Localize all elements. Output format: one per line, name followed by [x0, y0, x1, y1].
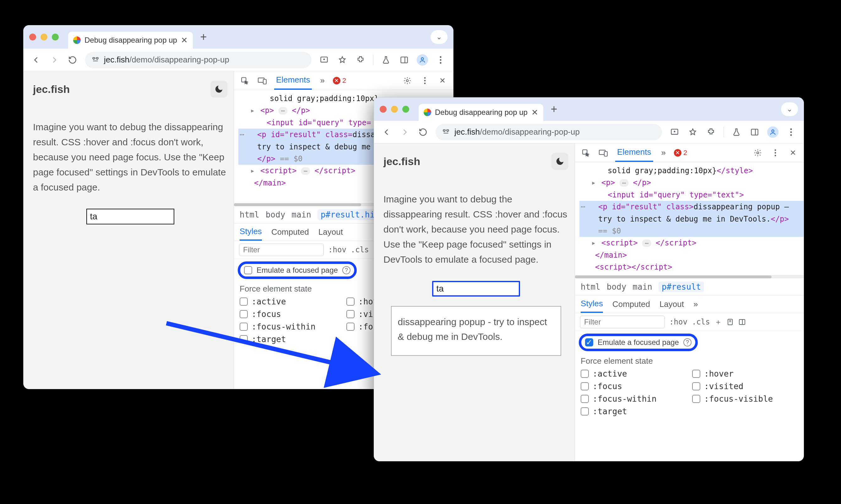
reload-button[interactable]: [67, 54, 78, 66]
elements-tab[interactable]: Elements: [615, 143, 653, 162]
settings-icon[interactable]: [402, 75, 413, 86]
styles-filter-input[interactable]: [239, 244, 324, 256]
device-toggle-icon[interactable]: [598, 147, 609, 159]
toolbar-separator: [373, 55, 373, 65]
cls-toggle[interactable]: .cls: [692, 318, 710, 326]
error-count[interactable]: ✕2: [333, 76, 346, 85]
state-hover[interactable]: :hover: [692, 369, 798, 378]
tab-overflow-button[interactable]: ⌄: [781, 102, 798, 116]
tab-close-icon[interactable]: ✕: [181, 35, 188, 45]
devtools-menu-icon[interactable]: [419, 75, 431, 86]
minimize-window-icon[interactable]: [40, 34, 48, 40]
devtools-close-icon[interactable]: ✕: [787, 147, 799, 159]
new-rule-icon[interactable]: ＋: [715, 317, 722, 327]
layout-tab[interactable]: Layout: [660, 295, 684, 313]
panel-tabs-more-icon[interactable]: »: [694, 295, 698, 313]
state-focus-visible[interactable]: :focus-visible: [692, 394, 798, 403]
help-icon[interactable]: ?: [683, 338, 691, 346]
emulate-focused-page-label: Emulate a focused page: [598, 338, 679, 347]
browser-tab[interactable]: Debug disappearing pop up ✕: [419, 104, 543, 121]
dom-scrollbar[interactable]: [575, 275, 804, 278]
tab-overflow-button[interactable]: ⌄: [431, 30, 448, 44]
force-state-grid: :active :hover :focus :visited :focus-wi…: [575, 367, 804, 422]
state-target[interactable]: :target: [581, 407, 686, 416]
window-controls: [380, 106, 414, 113]
settings-icon[interactable]: [752, 147, 764, 159]
back-button[interactable]: [381, 126, 392, 138]
browser-tab[interactable]: Debug disappearing pop up ✕: [68, 32, 193, 49]
side-panel-icon[interactable]: [399, 54, 410, 66]
forward-button: [49, 54, 60, 66]
rendering-icon[interactable]: [726, 318, 734, 326]
reload-button[interactable]: [417, 126, 429, 138]
hov-toggle[interactable]: :hov: [328, 246, 346, 254]
styles-tab[interactable]: Styles: [581, 295, 603, 313]
hov-toggle[interactable]: :hov: [669, 318, 687, 326]
maximize-window-icon[interactable]: [402, 106, 409, 113]
state-focus-within[interactable]: :focus-within: [240, 322, 341, 331]
emulate-focused-page-checkbox[interactable]: [244, 266, 252, 274]
state-focus[interactable]: :focus: [581, 382, 686, 391]
devtools-top-bar: Elements » ✕2 ✕: [575, 143, 804, 162]
svg-point-19: [772, 130, 774, 132]
theme-toggle-button[interactable]: [210, 80, 227, 97]
labs-icon[interactable]: [731, 126, 742, 138]
state-visited[interactable]: :visited: [692, 382, 798, 391]
address-bar[interactable]: jec.fish/demo/disappearing-pop-up: [436, 124, 662, 140]
new-tab-button[interactable]: +: [548, 103, 560, 115]
bookmark-icon[interactable]: [687, 126, 698, 138]
maximize-window-icon[interactable]: [52, 34, 59, 40]
theme-toggle-button[interactable]: [551, 153, 568, 170]
computed-side-icon[interactable]: [738, 318, 746, 326]
profile-button[interactable]: [767, 126, 778, 138]
state-active[interactable]: :active: [240, 297, 341, 306]
install-icon[interactable]: [669, 126, 680, 138]
address-bar[interactable]: jec.fish/demo/disappearing-pop-up: [85, 52, 312, 68]
state-focus-within[interactable]: :focus-within: [581, 394, 686, 403]
tabs-more-icon[interactable]: »: [660, 143, 668, 162]
devtools-close-icon[interactable]: ✕: [437, 75, 448, 86]
close-window-icon[interactable]: [29, 34, 36, 40]
query-input[interactable]: [86, 209, 174, 224]
overflow-menu-icon[interactable]: [785, 126, 797, 138]
error-badge-icon: ✕: [674, 149, 682, 157]
state-active[interactable]: :active: [581, 369, 686, 378]
state-target[interactable]: :target: [240, 335, 341, 344]
styles-filter-input[interactable]: [580, 316, 665, 328]
computed-tab[interactable]: Computed: [271, 223, 309, 241]
install-icon[interactable]: [318, 54, 330, 66]
query-input[interactable]: [432, 281, 520, 296]
elements-tab[interactable]: Elements: [274, 71, 312, 90]
tab-title: Debug disappearing pop up: [435, 108, 528, 117]
bookmark-icon[interactable]: [337, 54, 348, 66]
state-focus[interactable]: :focus: [240, 309, 341, 319]
breadcrumb[interactable]: html body main p#result: [575, 278, 804, 295]
overflow-menu-icon[interactable]: [435, 54, 446, 66]
inspect-tool-icon[interactable]: [580, 147, 591, 159]
cls-toggle[interactable]: .cls: [351, 246, 369, 254]
dom-tree[interactable]: solid gray;padding:10px}</style> ▸<p> ⋯ …: [575, 162, 804, 275]
minimize-window-icon[interactable]: [391, 106, 398, 113]
layout-tab[interactable]: Layout: [318, 223, 343, 241]
favicon-icon: [73, 36, 81, 44]
device-toggle-icon[interactable]: [257, 75, 268, 86]
close-window-icon[interactable]: [380, 106, 387, 113]
styles-filter-row: :hov .cls ＋: [575, 313, 804, 331]
labs-icon[interactable]: [380, 54, 391, 66]
computed-tab[interactable]: Computed: [612, 295, 650, 313]
extensions-icon[interactable]: [705, 126, 717, 138]
extensions-icon[interactable]: [355, 54, 366, 66]
devtools-menu-icon[interactable]: [770, 147, 781, 159]
side-panel-icon[interactable]: [749, 126, 760, 138]
emulate-focused-page-checkbox[interactable]: ✓: [585, 338, 593, 346]
tabs-more-icon[interactable]: »: [318, 71, 326, 90]
inspect-tool-icon[interactable]: [239, 75, 250, 86]
svg-point-27: [775, 149, 776, 151]
profile-button[interactable]: [417, 54, 428, 66]
styles-tab[interactable]: Styles: [240, 223, 262, 241]
error-count[interactable]: ✕2: [674, 149, 687, 157]
new-tab-button[interactable]: +: [197, 31, 210, 43]
help-icon[interactable]: ?: [342, 266, 350, 274]
back-button[interactable]: [31, 54, 42, 66]
tab-close-icon[interactable]: ✕: [531, 108, 538, 118]
